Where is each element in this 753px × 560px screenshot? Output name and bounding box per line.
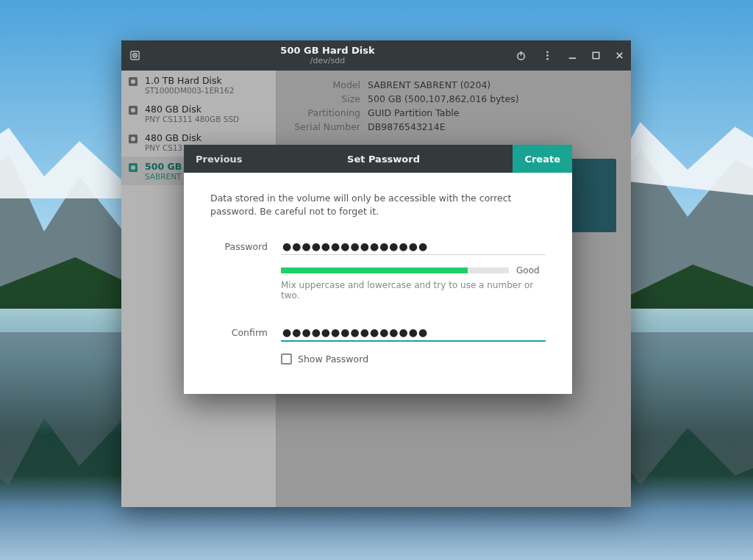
svg-point-2 bbox=[134, 55, 135, 56]
minimize-button[interactable] bbox=[560, 40, 584, 71]
hard-disk-icon bbox=[127, 133, 139, 145]
window-title-group: 500 GB Hard Disk /dev/sdd bbox=[148, 46, 507, 66]
strength-bar-fill bbox=[281, 268, 468, 273]
dialog-header: Previous Set Password Create bbox=[184, 145, 572, 173]
previous-button[interactable]: Previous bbox=[184, 145, 254, 173]
value-model: SABRENT SABRENT (0204) bbox=[368, 79, 490, 90]
svg-point-7 bbox=[546, 58, 549, 60]
device-model: PNY CS1311 480GB SSD bbox=[145, 115, 239, 123]
password-strength-meter: Good bbox=[281, 265, 546, 276]
label-size: Size bbox=[291, 93, 368, 104]
sidebar-device-0[interactable]: 1.0 TB Hard Disk ST1000DM003-1ER162 bbox=[121, 71, 276, 99]
dialog-description: Data stored in the volume will only be a… bbox=[210, 192, 546, 218]
hard-disk-icon bbox=[127, 104, 139, 116]
device-name: 480 GB Disk bbox=[145, 132, 239, 143]
device-model: ST1000DM003-1ER162 bbox=[145, 86, 234, 95]
show-password-label: Show Password bbox=[298, 353, 368, 365]
label-model: Model bbox=[291, 79, 368, 90]
value-partitioning: GUID Partition Table bbox=[368, 107, 460, 118]
svg-point-15 bbox=[131, 108, 135, 112]
strength-bar bbox=[281, 268, 509, 273]
device-name: 1.0 TB Hard Disk bbox=[145, 75, 234, 86]
sidebar-device-1[interactable]: 480 GB Disk PNY CS1311 480GB SSD bbox=[121, 99, 276, 128]
label-partitioning: Partitioning bbox=[291, 107, 368, 118]
power-button[interactable] bbox=[507, 40, 534, 71]
password-label: Password bbox=[210, 238, 281, 252]
window-title: 500 GB Hard Disk bbox=[148, 46, 507, 57]
close-button[interactable] bbox=[607, 40, 631, 71]
svg-point-6 bbox=[546, 54, 549, 57]
titlebar[interactable]: 500 GB Hard Disk /dev/sdd bbox=[121, 40, 631, 71]
svg-rect-9 bbox=[593, 52, 599, 58]
password-input[interactable] bbox=[281, 238, 546, 255]
show-password-checkbox[interactable] bbox=[281, 353, 292, 365]
dialog-title: Set Password bbox=[254, 154, 513, 165]
show-password-row[interactable]: Show Password bbox=[281, 353, 546, 365]
svg-point-5 bbox=[546, 51, 549, 54]
value-serial: DB9876543214E bbox=[368, 121, 446, 132]
svg-point-19 bbox=[131, 165, 135, 170]
maximize-button[interactable] bbox=[584, 40, 607, 71]
window-subtitle: /dev/sdd bbox=[148, 57, 507, 66]
hard-disk-icon bbox=[127, 162, 139, 173]
strength-label: Good bbox=[516, 265, 546, 276]
strength-hint: Mix uppercase and lowercase and try to u… bbox=[281, 280, 546, 301]
hard-disk-icon bbox=[121, 50, 148, 61]
kebab-menu-button[interactable] bbox=[534, 40, 560, 71]
set-password-dialog: Previous Set Password Create Data stored… bbox=[184, 145, 572, 394]
svg-point-13 bbox=[131, 79, 135, 84]
label-serial: Serial Number bbox=[291, 121, 368, 132]
create-button[interactable]: Create bbox=[513, 145, 572, 173]
confirm-input[interactable] bbox=[281, 324, 546, 342]
hard-disk-icon bbox=[127, 76, 139, 87]
device-name: 480 GB Disk bbox=[145, 104, 239, 115]
value-size: 500 GB (500,107,862,016 bytes) bbox=[368, 93, 519, 104]
confirm-label: Confirm bbox=[210, 324, 281, 338]
svg-point-17 bbox=[131, 137, 135, 141]
